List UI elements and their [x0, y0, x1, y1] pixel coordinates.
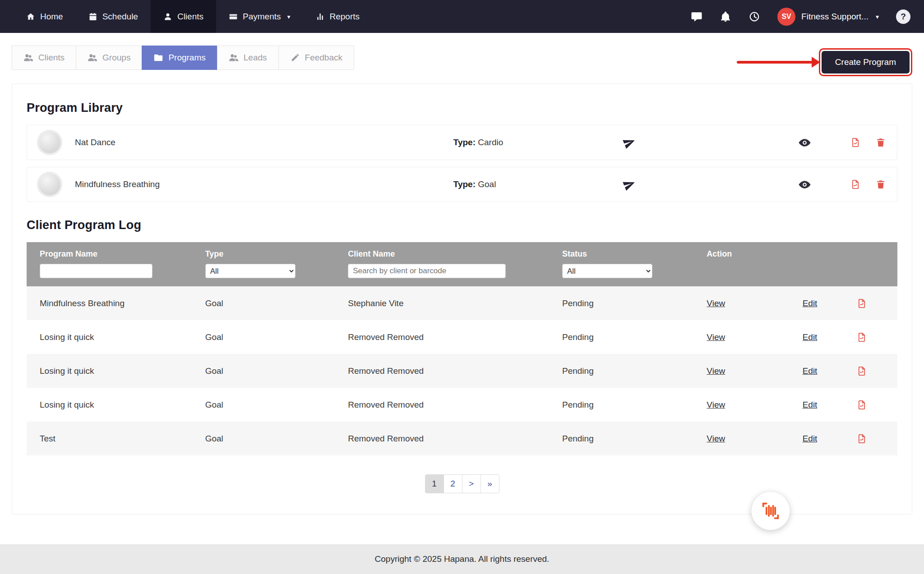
edit-link[interactable]: Edit	[803, 434, 818, 443]
type-value: Cardio	[478, 138, 503, 147]
tab-leads[interactable]: Leads	[217, 46, 279, 70]
people-icon	[23, 53, 33, 63]
cell-status: Pending	[549, 298, 693, 308]
pagination-next[interactable]: >	[462, 474, 481, 493]
edit-link[interactable]: Edit	[803, 400, 818, 409]
edit-link[interactable]: Edit	[803, 332, 818, 342]
view-link[interactable]: View	[707, 434, 725, 443]
top-navbar: Home Schedule Clients Payments ▾ Reports…	[0, 0, 924, 33]
red-arrow-annotation	[737, 61, 813, 64]
create-program-annotation: Create Program	[737, 48, 912, 76]
notifications-bell-icon[interactable]	[720, 11, 731, 23]
status-filter-select[interactable]: All	[562, 264, 652, 278]
sub-tabs: Clients Groups Programs Leads Feedback	[12, 46, 354, 70]
tab-label: Groups	[102, 53, 130, 63]
table-row: Losing it quick Goal Removed Removed Pen…	[27, 320, 897, 354]
tab-clients[interactable]: Clients	[12, 46, 76, 70]
tab-groups[interactable]: Groups	[76, 46, 142, 70]
nav-item-clients[interactable]: Clients	[151, 0, 216, 33]
account-name: Fitness Support...	[801, 12, 869, 22]
view-eye-icon[interactable]	[798, 136, 811, 149]
help-icon[interactable]: ?	[896, 9, 910, 24]
chevron-down-icon: ▾	[287, 14, 290, 20]
view-link[interactable]: View	[707, 400, 725, 409]
cell-program: Mindfulness Breathing	[27, 298, 192, 308]
barcode-icon	[760, 501, 781, 521]
nav-item-home[interactable]: Home	[14, 0, 76, 33]
nav-item-payments[interactable]: Payments ▾	[216, 0, 303, 33]
chat-icon[interactable]	[691, 11, 702, 23]
cell-status: Pending	[549, 332, 693, 342]
cell-client: Removed Removed	[335, 434, 549, 444]
table-row: Losing it quick Goal Removed Removed Pen…	[27, 388, 897, 422]
folder-icon	[153, 53, 163, 63]
cell-program: Losing it quick	[27, 400, 192, 410]
nav-label: Reports	[330, 12, 360, 22]
edit-link[interactable]: Edit	[803, 366, 818, 376]
pdf-icon[interactable]	[856, 298, 867, 309]
pdf-icon[interactable]	[850, 137, 861, 148]
pagination: 1 2 > »	[27, 474, 897, 493]
view-link[interactable]: View	[707, 298, 725, 308]
cell-type: Goal	[192, 332, 335, 342]
pdf-icon[interactable]	[856, 366, 867, 377]
nav-item-schedule[interactable]: Schedule	[76, 0, 151, 33]
feedback-pencil-icon	[290, 53, 300, 63]
footer: Copyright © 2025 Hapana. All rights rese…	[0, 544, 924, 574]
program-thumbnail	[37, 172, 62, 197]
tab-programs[interactable]: Programs	[142, 46, 217, 70]
barcode-scan-fab[interactable]	[751, 491, 790, 530]
pdf-icon[interactable]	[856, 433, 867, 444]
cell-status: Pending	[549, 400, 693, 410]
type-value: Goal	[478, 179, 496, 189]
create-program-button[interactable]: Create Program	[822, 51, 910, 73]
table-row: Mindfulness Breathing Goal Stephanie Vit…	[27, 286, 897, 320]
pdf-icon[interactable]	[856, 400, 867, 410]
clock-icon[interactable]	[748, 11, 760, 23]
trash-icon[interactable]	[875, 137, 886, 148]
cell-type: Goal	[192, 400, 335, 410]
pagination-page-2[interactable]: 2	[444, 474, 462, 493]
program-name-filter-input[interactable]	[40, 264, 152, 278]
client-search-input[interactable]	[348, 264, 506, 278]
library-row: Mindfulness Breathing Type: Goal	[27, 167, 897, 202]
table-body: Mindfulness Breathing Goal Stephanie Vit…	[27, 286, 897, 455]
person-icon	[163, 12, 172, 21]
pagination-last[interactable]: »	[480, 474, 499, 493]
cell-client: Removed Removed	[335, 400, 549, 410]
trash-icon[interactable]	[875, 179, 886, 190]
type-filter-select[interactable]: All	[205, 264, 296, 278]
edit-link[interactable]: Edit	[803, 298, 818, 308]
col-client-name: Client Name	[335, 249, 549, 278]
home-icon	[26, 12, 35, 21]
toolbar: Clients Groups Programs Leads Feedback C…	[12, 46, 912, 76]
tab-label: Feedback	[305, 53, 342, 63]
tab-label: Leads	[244, 53, 267, 63]
nav-label: Payments	[243, 12, 281, 22]
account-menu[interactable]: SV Fitness Support... ▾	[777, 8, 879, 26]
program-library-title: Program Library	[27, 101, 897, 115]
type-label: Type:	[453, 179, 476, 189]
nav-item-reports[interactable]: Reports	[303, 0, 373, 33]
calendar-icon	[88, 12, 97, 21]
send-icon[interactable]	[621, 176, 637, 193]
pdf-icon[interactable]	[850, 179, 861, 190]
view-link[interactable]: View	[707, 332, 725, 342]
tab-label: Clients	[38, 53, 65, 63]
payments-icon	[229, 12, 238, 21]
library-row-actions	[798, 178, 886, 191]
table-row: Test Goal Removed Removed Pending View E…	[27, 422, 897, 455]
cell-program: Losing it quick	[27, 366, 192, 376]
table-header: Program Name Type All Client Name	[27, 242, 897, 286]
cell-type: Goal	[192, 366, 335, 376]
send-icon[interactable]	[621, 134, 637, 151]
type-label: Type:	[453, 138, 476, 147]
view-link[interactable]: View	[707, 366, 725, 376]
view-eye-icon[interactable]	[798, 178, 811, 191]
tab-feedback[interactable]: Feedback	[278, 46, 354, 70]
table-row: Losing it quick Goal Removed Removed Pen…	[27, 354, 897, 388]
cell-type: Goal	[192, 434, 335, 444]
pdf-icon[interactable]	[856, 332, 867, 343]
pagination-page-1[interactable]: 1	[425, 474, 444, 493]
program-thumbnail	[37, 130, 62, 155]
